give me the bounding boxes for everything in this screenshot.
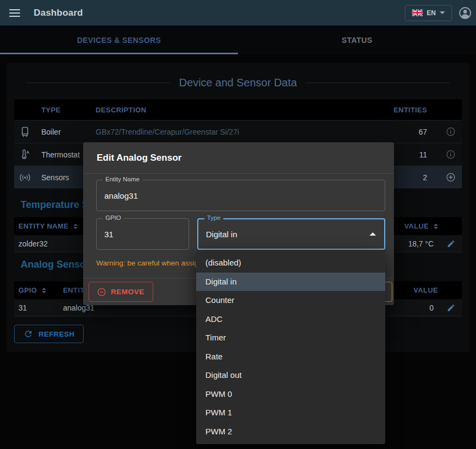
dashboard-screen: Dashboard EN DEVICES & SENSORS — [0, 0, 476, 449]
col-description: DESCRIPTION — [96, 106, 366, 114]
gpio-label: GPIO — [103, 214, 124, 221]
svg-text:A: A — [27, 149, 30, 154]
remove-button[interactable]: REMOVE — [89, 282, 153, 302]
dropdown-option[interactable]: Timer — [196, 328, 385, 347]
remove-label: REMOVE — [111, 288, 145, 296]
col-type: TYPE — [36, 106, 96, 114]
active-tab-indicator — [0, 53, 238, 54]
device-description: GBx72/Trendline/Cerapur/Greenstar Si/27i — [96, 128, 366, 136]
type-select[interactable]: Type Digital in — [197, 218, 385, 250]
page-title: Dashboard — [34, 8, 83, 18]
col-gpio[interactable]: GPIO — [14, 286, 63, 294]
entity-name-field[interactable]: Entity Name analog31 — [96, 180, 385, 211]
type-label: Type — [204, 214, 223, 221]
refresh-icon — [23, 329, 33, 339]
boiler-icon — [20, 127, 30, 137]
language-label: EN — [427, 9, 436, 17]
dropdown-option[interactable]: PWM 1 — [196, 403, 385, 422]
device-type: Boiler — [36, 128, 96, 136]
uk-flag-icon — [412, 9, 423, 16]
sensor-gpio: 31 — [14, 303, 63, 312]
refresh-label: REFRESH — [39, 330, 74, 338]
language-selector[interactable]: EN — [405, 5, 452, 21]
tab-status[interactable]: STATUS — [238, 26, 476, 54]
account-icon[interactable] — [459, 7, 472, 20]
app-bar: Dashboard EN — [0, 0, 476, 26]
info-icon[interactable] — [446, 150, 455, 159]
dropdown-option-selected[interactable]: Digital in — [196, 273, 385, 292]
chevron-down-icon — [440, 11, 445, 14]
devices-table-header: TYPE DESCRIPTION ENTITIES — [14, 99, 462, 120]
entity-name-value: analog31 — [104, 191, 138, 200]
sort-icon — [434, 224, 438, 229]
appbar-actions: EN — [405, 5, 476, 21]
gpio-field[interactable]: GPIO 31 — [96, 218, 189, 250]
col-entities: ENTITIES — [366, 106, 431, 114]
remove-circle-icon — [97, 288, 106, 296]
dropdown-option[interactable]: ADC — [196, 310, 385, 329]
card-title: Device and Sensor Data — [179, 77, 297, 89]
sort-icon — [42, 288, 46, 293]
refresh-button[interactable]: REFRESH — [14, 325, 84, 343]
dropdown-option[interactable]: PWM 0 — [196, 385, 385, 404]
type-dropdown-menu: (disabled) Digital in Counter ADC Timer … — [196, 250, 385, 444]
dialog-title: Edit Analog Sensor — [97, 153, 181, 163]
sensors-icon — [18, 173, 32, 182]
thermostat-icon: A — [20, 149, 30, 160]
edit-icon[interactable] — [447, 239, 455, 248]
chevron-up-icon — [369, 232, 376, 236]
sort-icon — [73, 224, 78, 229]
dropdown-option[interactable]: Rate — [196, 347, 385, 366]
type-value: Digital in — [206, 230, 237, 239]
dropdown-option[interactable]: PWM 2 — [196, 422, 385, 441]
dialog-header: Edit Analog Sensor — [83, 142, 394, 174]
edit-icon[interactable] — [447, 303, 455, 312]
gpio-value: 31 — [104, 230, 114, 239]
add-circle-icon[interactable] — [446, 173, 455, 182]
menu-icon[interactable] — [9, 9, 20, 17]
table-row-boiler[interactable]: Boiler GBx72/Trendline/Cerapur/Greenstar… — [14, 120, 462, 143]
warning-text: Warning: be careful when assig — [96, 259, 198, 267]
card-title-row: Device and Sensor Data — [26, 75, 450, 90]
info-icon[interactable] — [446, 127, 455, 136]
device-entities: 67 — [366, 128, 431, 136]
dropdown-option[interactable]: Digital out — [196, 366, 385, 385]
tab-bar: DEVICES & SENSORS STATUS — [0, 26, 476, 54]
dropdown-option[interactable]: Counter — [196, 291, 385, 310]
dropdown-option[interactable]: (disabled) — [196, 254, 385, 273]
tab-devices-sensors[interactable]: DEVICES & SENSORS — [0, 26, 238, 54]
entity-name-label: Entity Name — [103, 176, 142, 182]
